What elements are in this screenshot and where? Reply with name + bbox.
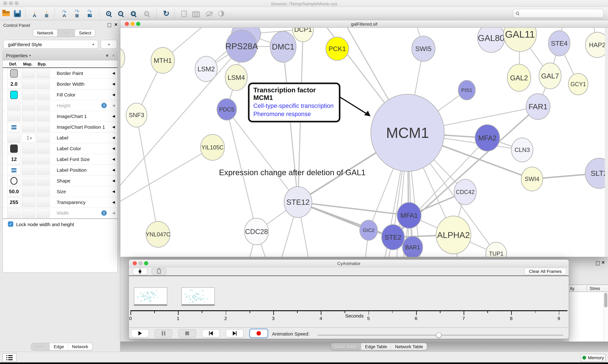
zoom-in-icon[interactable]: + — [104, 9, 113, 18]
network-node-ste2[interactable]: STE2 — [382, 224, 404, 250]
bypass-cell[interactable] — [36, 155, 50, 164]
network-edge[interactable] — [227, 109, 298, 202]
float-panel-icon[interactable] — [108, 23, 111, 27]
network-node-dmc1[interactable]: DMC1 — [270, 31, 296, 62]
network-node-pis1[interactable]: PIS1 — [458, 80, 475, 100]
network-node-lsm4[interactable]: LSM4 — [225, 65, 247, 91]
default-value-cell[interactable] — [7, 90, 21, 100]
style-options-button[interactable]: ▾ — [101, 40, 117, 49]
expand-row-icon[interactable]: ◀ — [112, 125, 115, 129]
expand-row-icon[interactable]: ◀ — [112, 157, 115, 161]
bypass-cell[interactable] — [36, 90, 50, 100]
mapping-cell[interactable] — [22, 101, 35, 110]
network-node-ste4[interactable]: STE4 — [549, 31, 570, 56]
add-frame-button[interactable] — [133, 268, 147, 275]
bypass-cell[interactable] — [36, 144, 50, 153]
expand-row-icon[interactable]: ◀ — [112, 146, 115, 151]
property-row-label-position[interactable]: Label Position◀ — [3, 165, 117, 176]
expand-row-icon[interactable]: ◀ — [112, 71, 115, 75]
network-node-rps28a[interactable]: RPS28A — [225, 30, 258, 62]
tab-style[interactable]: Style — [57, 29, 75, 36]
mapping-cell[interactable] — [22, 90, 35, 100]
timeline-ruler[interactable] — [130, 310, 567, 311]
property-row-label-color[interactable]: Label Color◀ — [3, 143, 117, 154]
stop-button[interactable] — [178, 329, 196, 338]
network-node-ste12[interactable]: STE12 — [284, 187, 312, 218]
task-history-button[interactable] — [2, 353, 16, 362]
export-image-icon[interactable]: ↷ — [85, 9, 94, 18]
mapping-cell[interactable] — [22, 155, 35, 164]
property-row-image-chart-1[interactable]: Image/Chart 1◀ — [3, 111, 117, 122]
annotation-box[interactable]: Transcription factor MCM1 Cell-type-spec… — [248, 83, 340, 122]
canvas-caption[interactable]: Expression change after deletion of GAL1 — [219, 168, 366, 177]
close-panel-icon[interactable]: × — [114, 22, 117, 28]
info-icon[interactable]: i — [101, 103, 107, 108]
network-node-cln3[interactable]: CLN3 — [511, 138, 533, 162]
clear-all-frames-button[interactable]: Clear All Frames — [525, 268, 566, 275]
network-node-far1[interactable]: FAR1 — [526, 94, 550, 119]
pause-button[interactable] — [154, 329, 172, 338]
network-node-tup1[interactable]: TUP1 — [486, 242, 507, 257]
mapping-cell[interactable] — [22, 198, 35, 207]
default-value-cell[interactable] — [7, 208, 21, 218]
zoom-out-icon[interactable]: − — [116, 9, 125, 18]
bypass-cell[interactable] — [36, 69, 50, 78]
expand-row-icon[interactable]: ◀ — [112, 82, 115, 86]
default-value-cell[interactable] — [7, 144, 21, 153]
mapping-cell[interactable] — [22, 176, 35, 186]
mapping-cell[interactable] — [22, 187, 35, 196]
network-edge[interactable] — [137, 115, 158, 234]
bypass-cell[interactable] — [36, 112, 50, 121]
network-node-gic2[interactable]: GIC2 — [360, 220, 377, 240]
expand-row-icon[interactable]: ◀ — [112, 168, 115, 172]
lock-size-checkbox[interactable]: ✓ — [8, 221, 13, 227]
table-scrollbar[interactable] — [603, 292, 608, 347]
mapping-cell[interactable] — [22, 144, 35, 153]
cyanimator-titlebar[interactable]: CyAnimator — [129, 260, 569, 267]
frame-timeline[interactable]: Seconds 0123456789 — [129, 277, 569, 326]
network-node-cdc42[interactable]: CDC42 — [454, 179, 476, 205]
property-row-fill-color[interactable]: Fill Color◀ — [3, 90, 117, 100]
delete-frame-button[interactable] — [152, 268, 166, 275]
network-node-lsm2[interactable]: LSM2 — [195, 56, 217, 82]
bypass-cell[interactable] — [36, 176, 50, 186]
network-node-gal2[interactable]: GAL2 — [507, 64, 531, 91]
network-canvas[interactable]: MCM1RPS28ADMC1DCP1PCK1SWI5GAL80GAL11STE4… — [120, 28, 605, 257]
column-divider[interactable] — [586, 286, 587, 291]
bypass-cell[interactable] — [36, 79, 50, 89]
record-button[interactable] — [250, 329, 268, 338]
properties-header[interactable]: Properties ▾ » » — [3, 51, 117, 60]
default-value-cell[interactable] — [7, 112, 21, 121]
play-button[interactable] — [131, 329, 149, 338]
save-session-icon[interactable] — [13, 9, 22, 18]
network-node-mfa1[interactable]: MFA1 — [397, 202, 421, 228]
mapping-cell[interactable] — [22, 165, 35, 175]
expand-row-icon[interactable]: ◀ — [112, 104, 115, 107]
tab-select[interactable]: Select — [75, 29, 95, 36]
default-value-cell[interactable]: 255 — [7, 198, 21, 207]
network-node-gal80[interactable]: GAL80 — [478, 28, 505, 52]
tab-network[interactable]: Network — [33, 29, 57, 36]
bypass-cell[interactable] — [36, 165, 50, 175]
network-node-gcy1[interactable]: GCY1 — [568, 73, 588, 95]
default-value-cell[interactable] — [7, 101, 21, 110]
export-table-icon[interactable]: ↷▦ — [72, 9, 82, 18]
property-row-label-font-size[interactable]: 12Label Font Size◀ — [3, 154, 117, 165]
network-window-titlebar[interactable]: galFiltered.sif — [120, 20, 608, 28]
bypass-cell[interactable] — [36, 133, 50, 143]
bypass-cell[interactable] — [36, 187, 50, 196]
mapping-cell[interactable] — [22, 112, 35, 121]
default-value-cell[interactable]: 50.0 — [7, 187, 21, 196]
bypass-cell[interactable] — [36, 122, 50, 132]
tab-node[interactable]: Node — [31, 343, 50, 350]
network-node-mcm1[interactable]: MCM1 — [371, 94, 444, 171]
skip-to-end-button[interactable] — [226, 329, 244, 338]
network-node-gal11[interactable]: GAL11 — [503, 28, 537, 52]
search-input[interactable] — [513, 9, 604, 18]
binoculars-icon[interactable] — [191, 9, 201, 18]
property-row-size[interactable]: 50.0Size◀ — [3, 186, 117, 197]
network-node-gal7[interactable]: GAL7 — [539, 63, 561, 89]
bypass-cell[interactable] — [36, 198, 50, 207]
expand-row-icon[interactable]: ◀ — [112, 189, 115, 194]
network-node-dcp1[interactable]: DCP1 — [293, 28, 314, 42]
